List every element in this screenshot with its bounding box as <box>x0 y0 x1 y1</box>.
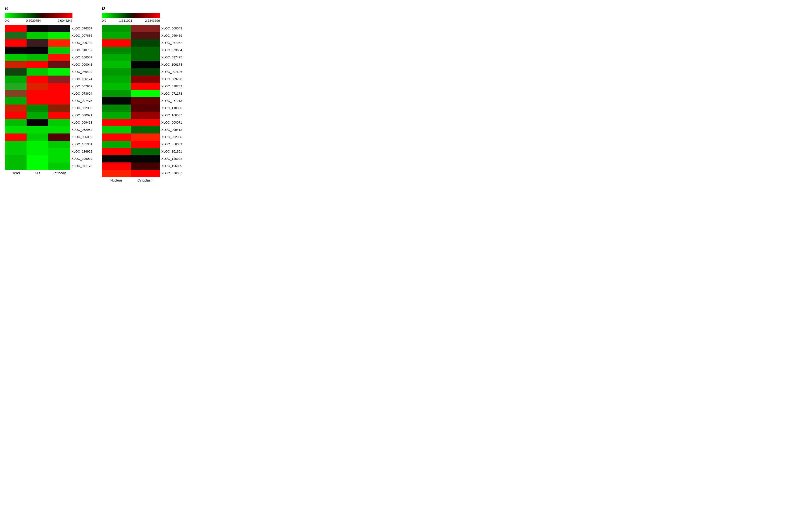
panel-b: b 0.0 1.811021 2.7343796 NucleusCytoplas… <box>102 5 182 182</box>
row-label: XLOC_007686 <box>72 32 92 39</box>
list-item <box>102 170 131 177</box>
row-label: XLOC_076307 <box>72 25 92 32</box>
list-item <box>48 126 70 133</box>
table-row <box>102 163 160 170</box>
list-item <box>102 68 131 76</box>
table-row <box>5 76 70 83</box>
list-item <box>48 25 70 32</box>
panel-a-colorbar-ticks: 0.0 0.8939754 2.0043247 <box>5 19 72 22</box>
list-item <box>26 119 48 126</box>
col-label: Head <box>5 171 26 175</box>
list-item <box>5 68 26 76</box>
list-item <box>131 68 160 76</box>
panel-b-heatmap-wrapper: NucleusCytoplasm XLOC_000043XLOC_066439X… <box>102 25 182 182</box>
list-item <box>102 25 131 32</box>
list-item <box>26 141 48 148</box>
list-item <box>26 54 48 61</box>
panel-b-colorbar-container: 0.0 1.811021 2.7343796 <box>102 13 160 22</box>
table-row <box>5 25 70 32</box>
table-row <box>5 61 70 68</box>
table-row <box>5 148 70 155</box>
table-row <box>102 97 160 104</box>
row-label: XLOC_000043 <box>72 61 92 68</box>
row-label: XLOC_067962 <box>72 83 92 90</box>
row-label: XLOC_106174 <box>72 76 92 83</box>
row-label: XLOC_066439 <box>161 32 182 39</box>
row-label: XLOC_000071 <box>161 119 182 126</box>
list-item <box>48 76 70 83</box>
table-row <box>102 46 160 54</box>
row-label: XLOC_071213 <box>161 97 182 104</box>
panel-a: a 0.0 0.8939754 2.0043247 HeadGutFat bod… <box>5 5 92 175</box>
table-row <box>5 126 70 133</box>
panel-b-colorbar <box>102 13 160 18</box>
col-label: Cytoplasm <box>131 178 160 182</box>
table-row <box>102 133 160 141</box>
table-row <box>102 141 160 148</box>
list-item <box>131 39 160 46</box>
table-row <box>5 39 70 46</box>
row-label: XLOC_106174 <box>161 61 182 68</box>
row-label: XLOC_010702 <box>72 46 92 54</box>
table-row <box>102 76 160 83</box>
list-item <box>131 46 160 54</box>
list-item <box>26 97 48 104</box>
list-item <box>131 32 160 39</box>
table-row <box>5 90 70 97</box>
list-item <box>5 46 26 54</box>
row-label: XLOC_097475 <box>161 54 182 61</box>
list-item <box>26 163 48 170</box>
list-item <box>5 54 26 61</box>
list-item <box>48 61 70 68</box>
list-item <box>5 112 26 119</box>
list-item <box>131 25 160 32</box>
table-row <box>5 83 70 90</box>
list-item <box>48 90 70 97</box>
col-label: Fat body <box>48 171 70 175</box>
table-row <box>5 155 70 163</box>
list-item <box>131 155 160 163</box>
list-item <box>131 163 160 170</box>
list-item <box>131 170 160 177</box>
list-item <box>26 104 48 112</box>
panel-b-tick-max: 2.7343796 <box>145 19 160 22</box>
list-item <box>102 119 131 126</box>
list-item <box>102 61 131 68</box>
row-label: XLOC_000071 <box>72 112 92 119</box>
panel-b-colorbar-ticks: 0.0 1.811021 2.7343796 <box>102 19 160 22</box>
row-label: XLOC_186922 <box>161 155 182 163</box>
list-item <box>102 76 131 83</box>
table-row <box>102 39 160 46</box>
list-item <box>48 104 70 112</box>
row-label: XLOC_009418 <box>161 126 182 133</box>
panel-a-colorbar-container: 0.0 0.8939754 2.0043247 <box>5 13 72 22</box>
row-label: XLOC_067962 <box>161 39 182 46</box>
list-item <box>102 141 131 148</box>
row-label: XLOC_076307 <box>161 170 182 177</box>
table-row <box>102 119 160 126</box>
list-item <box>102 112 131 119</box>
row-label: XLOC_092363 <box>72 104 92 112</box>
panel-a-tick-max: 2.0043247 <box>58 19 72 22</box>
panel-a-tick-mid: 0.8939754 <box>26 19 41 22</box>
row-label: XLOC_009798 <box>161 76 182 83</box>
panel-a-row-labels: XLOC_076307XLOC_007686XLOC_009798XLOC_01… <box>72 25 92 170</box>
table-row <box>102 68 160 76</box>
list-item <box>131 119 160 126</box>
panel-b-col-labels: NucleusCytoplasm <box>102 178 160 182</box>
panel-b-grid <box>102 25 160 177</box>
list-item <box>102 148 131 155</box>
list-item <box>48 133 70 141</box>
table-row <box>5 141 70 148</box>
list-item <box>48 68 70 76</box>
table-row <box>5 119 70 126</box>
list-item <box>48 155 70 163</box>
row-label: XLOC_166557 <box>72 54 92 61</box>
panel-a-col-labels: HeadGutFat body <box>5 171 70 175</box>
row-label: XLOC_066439 <box>72 68 92 76</box>
panel-a-tick-min: 0.0 <box>5 19 9 22</box>
table-row <box>5 46 70 54</box>
list-item <box>26 32 48 39</box>
panel-a-grid <box>5 25 70 170</box>
list-item <box>131 133 160 141</box>
